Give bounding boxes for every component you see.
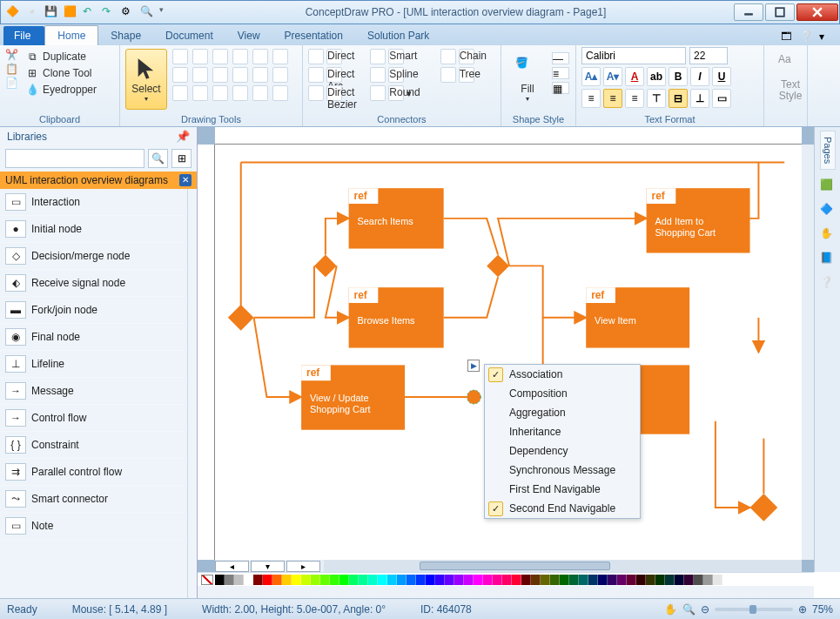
smart-handle-icon[interactable]: ▶: [467, 360, 480, 372]
duplicate-button[interactable]: ⧉Duplicate: [24, 49, 98, 64]
library-item[interactable]: ⤳Smart connector: [0, 486, 187, 513]
library-item[interactable]: ◇Decision/merge node: [0, 243, 187, 270]
conn-spline[interactable]: Spline: [370, 67, 433, 83]
color-swatch[interactable]: [311, 575, 320, 585]
redo-icon[interactable]: ↷: [102, 5, 116, 19]
ribbon-options-icon[interactable]: ▾: [819, 30, 831, 43]
underline-button[interactable]: U: [712, 67, 731, 86]
clone-tool-button[interactable]: ⊞Clone Tool: [24, 65, 98, 81]
color-swatch[interactable]: [531, 575, 541, 585]
color-swatch[interactable]: [330, 575, 339, 585]
new-doc-icon[interactable]: ▫️: [25, 5, 39, 19]
gear-icon[interactable]: ⚙: [121, 5, 135, 19]
color-swatch[interactable]: [588, 575, 598, 585]
library-item[interactable]: ●Initial node: [0, 216, 187, 243]
color-swatch[interactable]: [655, 575, 665, 585]
library-item[interactable]: ◉Final node: [0, 324, 187, 351]
library-section-header[interactable]: UML interaction overview diagrams ✕: [0, 172, 197, 189]
cut-icon[interactable]: ✂️: [5, 49, 18, 61]
align-left-icon[interactable]: ≡: [581, 89, 601, 108]
file-tab[interactable]: File: [3, 26, 44, 45]
library-item[interactable]: →Message: [0, 378, 187, 405]
save-icon[interactable]: 💾: [44, 5, 58, 19]
tab-document[interactable]: Document: [153, 26, 225, 45]
line-weight-icon[interactable]: ≡: [552, 67, 569, 79]
tab-shape[interactable]: Shape: [98, 26, 153, 45]
library-options-button[interactable]: ⊞: [171, 149, 192, 168]
align-middle-icon[interactable]: ⊟: [669, 89, 688, 108]
color-swatch[interactable]: [454, 575, 464, 585]
library-item[interactable]: { }Constraint: [0, 432, 187, 459]
zoom-out-button[interactable]: ⊖: [701, 603, 709, 616]
zoom-in-button[interactable]: ⊕: [798, 603, 807, 616]
library-item[interactable]: ⊥Lifeline: [0, 351, 187, 378]
font-family-input[interactable]: [581, 47, 686, 64]
color-swatch[interactable]: [445, 575, 454, 585]
color-swatch[interactable]: [301, 575, 311, 585]
highlight-icon[interactable]: ab: [647, 67, 666, 86]
color-swatch[interactable]: [464, 575, 474, 585]
library-search-button[interactable]: 🔍: [148, 149, 168, 168]
conn-chain[interactable]: Chain: [440, 49, 495, 64]
color-swatch[interactable]: [694, 575, 703, 585]
qat-dropdown-icon[interactable]: ▾: [159, 5, 173, 19]
color-swatch[interactable]: [608, 575, 617, 585]
library-item[interactable]: ⇉Parallel control flow: [0, 459, 187, 486]
color-swatch[interactable]: [272, 575, 282, 585]
conn-direct-arc[interactable]: Direct Arc: [308, 67, 363, 83]
color-swatch[interactable]: [407, 575, 416, 585]
font-size-input[interactable]: [689, 47, 728, 64]
color-swatch[interactable]: [397, 575, 407, 585]
color-swatch[interactable]: [225, 575, 234, 585]
align-center-icon[interactable]: ≡: [603, 89, 622, 108]
line-style-icon[interactable]: —: [552, 52, 569, 64]
color-swatch[interactable]: [320, 575, 330, 585]
color-swatch[interactable]: [665, 575, 675, 585]
paste-icon[interactable]: 📄: [5, 77, 18, 89]
close-button[interactable]: [796, 3, 838, 21]
color-swatch[interactable]: [569, 575, 579, 585]
color-swatch[interactable]: [244, 575, 253, 585]
color-swatch[interactable]: [560, 575, 569, 585]
color-swatch[interactable]: [502, 575, 512, 585]
color-swatch[interactable]: [339, 575, 349, 585]
color-swatch[interactable]: [435, 575, 445, 585]
text-style-button[interactable]: Aa Text Style: [769, 47, 811, 108]
snap-icon[interactable]: 🔷: [820, 203, 836, 219]
context-menu-item[interactable]: Dependency: [485, 441, 640, 461]
color-swatch[interactable]: [713, 575, 722, 585]
context-menu-item[interactable]: Inheritance: [485, 422, 640, 441]
library-search-input[interactable]: [5, 149, 144, 168]
window-list-icon[interactable]: 🗔: [781, 30, 793, 43]
color-swatch[interactable]: [282, 575, 292, 585]
color-swatch[interactable]: [387, 575, 397, 585]
undo-icon[interactable]: ↶: [83, 5, 97, 19]
color-swatch[interactable]: [378, 575, 387, 585]
color-swatch[interactable]: [579, 575, 588, 585]
select-tool-button[interactable]: Select ▾: [125, 49, 167, 110]
minimize-button[interactable]: [734, 3, 763, 21]
text-box-icon[interactable]: ▭: [712, 89, 731, 108]
copy-icon[interactable]: 📋: [5, 63, 18, 75]
color-swatch[interactable]: [703, 575, 713, 585]
italic-button[interactable]: I: [690, 67, 709, 86]
library-item[interactable]: ⬖Receive signal node: [0, 270, 187, 297]
color-swatch[interactable]: [598, 575, 608, 585]
color-palette[interactable]: [198, 572, 814, 586]
color-swatch[interactable]: [215, 575, 225, 585]
color-swatch[interactable]: [684, 575, 694, 585]
fill-pattern-icon[interactable]: ▦: [552, 82, 569, 94]
conn-smart[interactable]: Smart: [370, 49, 433, 64]
conn-round[interactable]: Round▾: [370, 85, 433, 101]
sheet-nav-first[interactable]: ◂: [215, 561, 249, 572]
zoom-slider[interactable]: [715, 608, 793, 611]
conn-direct-bezier[interactable]: Direct Bezier: [308, 85, 363, 101]
color-swatch[interactable]: [359, 575, 368, 585]
context-menu-item[interactable]: ✓Association: [485, 365, 640, 384]
pin-icon[interactable]: 📌: [176, 130, 190, 143]
maximize-button[interactable]: [765, 3, 795, 21]
color-swatch[interactable]: [493, 575, 502, 585]
color-swatch[interactable]: [426, 575, 435, 585]
vertical-scrollbar[interactable]: [802, 145, 814, 560]
qat-search-icon[interactable]: 🔍: [140, 5, 154, 19]
